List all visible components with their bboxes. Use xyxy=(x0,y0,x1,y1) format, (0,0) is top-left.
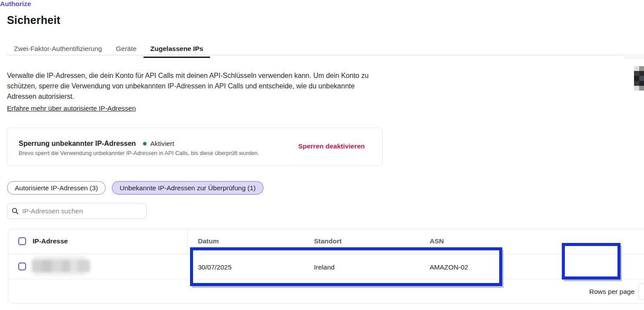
column-header-ip: IP-Adresse xyxy=(33,237,68,245)
tab-divider xyxy=(7,55,624,55)
tab-allowed-ips[interactable]: Zugelassene IPs xyxy=(143,42,210,58)
select-all-checkbox[interactable] xyxy=(18,237,26,245)
learn-more-link[interactable]: Erfahre mehr über autorisierte IP-Adress… xyxy=(7,104,136,112)
redacted-avatar-mosaic xyxy=(634,66,644,91)
table-row-border xyxy=(8,279,644,279)
cell-location: Ireland xyxy=(314,263,334,271)
row-checkbox[interactable] xyxy=(18,263,26,270)
filter-unknown-ips[interactable]: Unbekannte IP-Adressen zur Überprüfung (… xyxy=(112,181,264,195)
column-header-date: Datum xyxy=(198,237,219,245)
ip-blocking-card: Sperrung unbekannter IP-Adressen Aktivie… xyxy=(7,128,383,166)
filter-authorized-ips[interactable]: Autorisierte IP-Adressen (3) xyxy=(7,181,106,195)
tab-devices[interactable]: Geräte xyxy=(109,42,143,58)
ip-address-redacted xyxy=(32,256,90,276)
intro-text: Verwalte die IP-Adressen, die dein Konto… xyxy=(7,71,384,102)
blocking-card-description: Brevo sperrt die Verwendung unbekannter … xyxy=(19,150,259,156)
page-title: Sicherheit xyxy=(7,14,60,27)
disable-blocking-button[interactable]: Sperren deaktivieren xyxy=(298,142,365,150)
status-badge: Aktiviert xyxy=(150,140,174,148)
rows-per-page-select[interactable] xyxy=(638,283,644,300)
cell-asn: AMAZON-02 xyxy=(430,263,468,271)
ip-search[interactable] xyxy=(7,203,147,219)
filter-pills: Autorisierte IP-Adressen (3) Unbekannte … xyxy=(7,181,264,195)
tab-bar: Zwei-Faktor-Authentifizierung Geräte Zug… xyxy=(7,42,210,58)
right-edge-strip xyxy=(625,54,644,59)
column-header-asn: ASN xyxy=(430,237,444,245)
security-page: Sicherheit Zwei-Faktor-Authentifizierung… xyxy=(0,0,644,310)
search-input[interactable] xyxy=(22,207,142,215)
cell-date: 30/07/2025 xyxy=(198,263,232,271)
search-icon xyxy=(12,208,19,215)
blocking-card-title: Sperrung unbekannter IP-Adressen xyxy=(19,140,136,148)
column-divider xyxy=(187,229,187,254)
table-header-border xyxy=(8,254,644,254)
tab-two-factor[interactable]: Zwei-Faktor-Authentifizierung xyxy=(7,42,109,58)
status-dot-icon xyxy=(143,142,147,145)
authorize-link[interactable]: Authorize xyxy=(0,0,644,8)
column-header-location: Standort xyxy=(314,237,342,245)
rows-per-page-label: Rows per page xyxy=(589,288,634,296)
